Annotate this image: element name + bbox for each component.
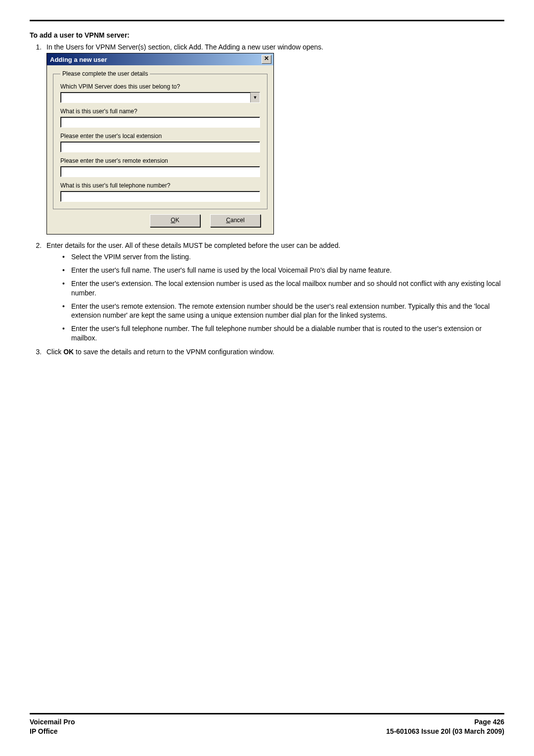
footer-row-1: Voicemail Pro Page 426 xyxy=(30,717,504,727)
list-item: Select the VPIM server from the listing. xyxy=(60,252,504,262)
footer-right-1: Page 426 xyxy=(474,717,504,727)
user-details-groupbox: Please complete the user details Which V… xyxy=(53,70,267,209)
dialog-button-row: OK Cancel xyxy=(53,209,267,229)
vpim-server-select[interactable]: ▼ xyxy=(60,92,260,103)
dialog-titlebar: Adding a new user ✕ xyxy=(47,53,273,65)
label-server: Which VPIM Server does this user belong … xyxy=(60,83,260,90)
step-1-text: In the Users for VPNM Server(s) section,… xyxy=(46,43,323,51)
dialog-title: Adding a new user xyxy=(50,56,107,63)
list-item: Enter the user's full name. The user's f… xyxy=(60,266,504,275)
label-phone: What is this user's full telephone numbe… xyxy=(60,182,260,189)
add-user-dialog: Adding a new user ✕ Please complete the … xyxy=(46,53,274,235)
cancel-rest: ancel xyxy=(230,217,245,224)
local-extension-input[interactable] xyxy=(60,142,260,152)
footer-divider xyxy=(30,713,504,714)
footer-row-2: IP Office 15-601063 Issue 20l (03 March … xyxy=(30,727,504,736)
ok-rest: K xyxy=(176,217,179,224)
footer-left-2: IP Office xyxy=(30,727,58,736)
chevron-down-icon: ▼ xyxy=(250,93,260,102)
step-2: Enter details for the user. All of these… xyxy=(44,241,504,343)
remote-extension-input[interactable] xyxy=(60,166,260,177)
top-divider xyxy=(30,20,504,21)
step-3-ok: OK xyxy=(63,348,74,356)
label-local-ext: Please enter the user's local extension xyxy=(60,133,260,140)
fullname-input[interactable] xyxy=(60,117,260,128)
groupbox-legend: Please complete the user details xyxy=(60,70,150,77)
document-page: To add a user to VPNM server: In the Use… xyxy=(0,0,534,756)
step-3: Click OK to save the details and return … xyxy=(44,348,504,356)
ok-button[interactable]: OK xyxy=(150,214,200,227)
instruction-list: In the Users for VPNM Server(s) section,… xyxy=(44,43,504,356)
label-fullname: What is this user's full name? xyxy=(60,108,260,115)
section-heading: To add a user to VPNM server: xyxy=(30,31,504,39)
step-2-intro: Enter details for the user. All of these… xyxy=(46,241,340,249)
ok-mnemonic: O xyxy=(171,217,175,224)
phone-input[interactable] xyxy=(60,191,260,202)
list-item: Enter the user's remote extension. The r… xyxy=(60,302,504,321)
dialog-body: Please complete the user details Which V… xyxy=(47,65,273,234)
label-remote-ext: Please enter the user's remote extension xyxy=(60,157,260,164)
cancel-button[interactable]: Cancel xyxy=(210,214,261,227)
page-footer: Voicemail Pro Page 426 IP Office 15-6010… xyxy=(30,713,504,736)
step-3-suffix: to save the details and return to the VP… xyxy=(74,348,274,356)
step-3-prefix: Click xyxy=(46,348,63,356)
close-icon[interactable]: ✕ xyxy=(262,55,271,64)
step-2-bullets: Select the VPIM server from the listing.… xyxy=(60,252,504,343)
step-1: In the Users for VPNM Server(s) section,… xyxy=(44,43,504,235)
footer-left-1: Voicemail Pro xyxy=(30,717,75,727)
footer-right-2: 15-601063 Issue 20l (03 March 2009) xyxy=(386,727,504,736)
cancel-mnemonic: C xyxy=(226,217,230,224)
list-item: Enter the user's full telephone number. … xyxy=(60,324,504,343)
list-item: Enter the user's extension. The local ex… xyxy=(60,279,504,298)
